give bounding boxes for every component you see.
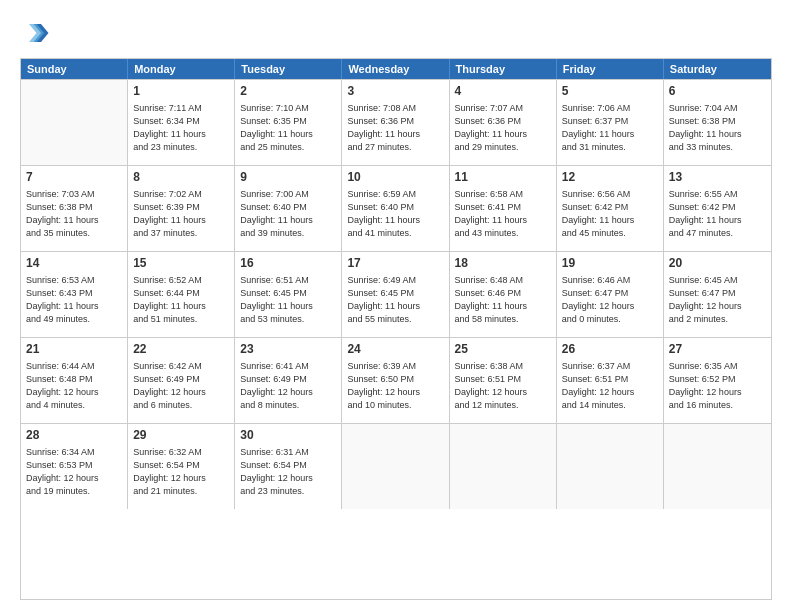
day-number: 3 bbox=[347, 83, 443, 100]
table-row: 5Sunrise: 7:06 AM Sunset: 6:37 PM Daylig… bbox=[557, 80, 664, 165]
cal-header-day: Thursday bbox=[450, 59, 557, 79]
cell-info: Sunrise: 6:51 AM Sunset: 6:45 PM Dayligh… bbox=[240, 274, 336, 326]
day-number: 20 bbox=[669, 255, 766, 272]
table-row: 28Sunrise: 6:34 AM Sunset: 6:53 PM Dayli… bbox=[21, 424, 128, 509]
table-row: 19Sunrise: 6:46 AM Sunset: 6:47 PM Dayli… bbox=[557, 252, 664, 337]
header bbox=[20, 18, 772, 48]
cell-info: Sunrise: 6:53 AM Sunset: 6:43 PM Dayligh… bbox=[26, 274, 122, 326]
table-row: 14Sunrise: 6:53 AM Sunset: 6:43 PM Dayli… bbox=[21, 252, 128, 337]
table-row: 30Sunrise: 6:31 AM Sunset: 6:54 PM Dayli… bbox=[235, 424, 342, 509]
page: SundayMondayTuesdayWednesdayThursdayFrid… bbox=[0, 0, 792, 612]
table-row: 21Sunrise: 6:44 AM Sunset: 6:48 PM Dayli… bbox=[21, 338, 128, 423]
cal-header-day: Friday bbox=[557, 59, 664, 79]
table-row: 8Sunrise: 7:02 AM Sunset: 6:39 PM Daylig… bbox=[128, 166, 235, 251]
table-row: 24Sunrise: 6:39 AM Sunset: 6:50 PM Dayli… bbox=[342, 338, 449, 423]
day-number: 16 bbox=[240, 255, 336, 272]
day-number: 24 bbox=[347, 341, 443, 358]
table-row: 16Sunrise: 6:51 AM Sunset: 6:45 PM Dayli… bbox=[235, 252, 342, 337]
cell-info: Sunrise: 7:11 AM Sunset: 6:34 PM Dayligh… bbox=[133, 102, 229, 154]
table-row: 7Sunrise: 7:03 AM Sunset: 6:38 PM Daylig… bbox=[21, 166, 128, 251]
table-row: 22Sunrise: 6:42 AM Sunset: 6:49 PM Dayli… bbox=[128, 338, 235, 423]
logo-icon bbox=[20, 18, 50, 48]
day-number: 22 bbox=[133, 341, 229, 358]
day-number: 4 bbox=[455, 83, 551, 100]
table-row: 2Sunrise: 7:10 AM Sunset: 6:35 PM Daylig… bbox=[235, 80, 342, 165]
day-number: 2 bbox=[240, 83, 336, 100]
cell-info: Sunrise: 6:37 AM Sunset: 6:51 PM Dayligh… bbox=[562, 360, 658, 412]
table-row: 25Sunrise: 6:38 AM Sunset: 6:51 PM Dayli… bbox=[450, 338, 557, 423]
table-row: 18Sunrise: 6:48 AM Sunset: 6:46 PM Dayli… bbox=[450, 252, 557, 337]
cal-header-day: Monday bbox=[128, 59, 235, 79]
cell-info: Sunrise: 7:02 AM Sunset: 6:39 PM Dayligh… bbox=[133, 188, 229, 240]
day-number: 14 bbox=[26, 255, 122, 272]
day-number: 11 bbox=[455, 169, 551, 186]
day-number: 17 bbox=[347, 255, 443, 272]
table-row bbox=[557, 424, 664, 509]
cell-info: Sunrise: 6:35 AM Sunset: 6:52 PM Dayligh… bbox=[669, 360, 766, 412]
day-number: 8 bbox=[133, 169, 229, 186]
table-row: 26Sunrise: 6:37 AM Sunset: 6:51 PM Dayli… bbox=[557, 338, 664, 423]
table-row: 20Sunrise: 6:45 AM Sunset: 6:47 PM Dayli… bbox=[664, 252, 771, 337]
calendar-week-4: 21Sunrise: 6:44 AM Sunset: 6:48 PM Dayli… bbox=[21, 337, 771, 423]
table-row: 6Sunrise: 7:04 AM Sunset: 6:38 PM Daylig… bbox=[664, 80, 771, 165]
table-row: 17Sunrise: 6:49 AM Sunset: 6:45 PM Dayli… bbox=[342, 252, 449, 337]
table-row: 4Sunrise: 7:07 AM Sunset: 6:36 PM Daylig… bbox=[450, 80, 557, 165]
cal-header-day: Saturday bbox=[664, 59, 771, 79]
cal-header-day: Sunday bbox=[21, 59, 128, 79]
table-row: 27Sunrise: 6:35 AM Sunset: 6:52 PM Dayli… bbox=[664, 338, 771, 423]
day-number: 9 bbox=[240, 169, 336, 186]
table-row: 3Sunrise: 7:08 AM Sunset: 6:36 PM Daylig… bbox=[342, 80, 449, 165]
cell-info: Sunrise: 6:34 AM Sunset: 6:53 PM Dayligh… bbox=[26, 446, 122, 498]
cell-info: Sunrise: 6:45 AM Sunset: 6:47 PM Dayligh… bbox=[669, 274, 766, 326]
calendar-week-1: 1Sunrise: 7:11 AM Sunset: 6:34 PM Daylig… bbox=[21, 79, 771, 165]
day-number: 12 bbox=[562, 169, 658, 186]
cell-info: Sunrise: 6:49 AM Sunset: 6:45 PM Dayligh… bbox=[347, 274, 443, 326]
cell-info: Sunrise: 7:08 AM Sunset: 6:36 PM Dayligh… bbox=[347, 102, 443, 154]
day-number: 19 bbox=[562, 255, 658, 272]
cell-info: Sunrise: 6:38 AM Sunset: 6:51 PM Dayligh… bbox=[455, 360, 551, 412]
cell-info: Sunrise: 6:39 AM Sunset: 6:50 PM Dayligh… bbox=[347, 360, 443, 412]
table-row: 12Sunrise: 6:56 AM Sunset: 6:42 PM Dayli… bbox=[557, 166, 664, 251]
cell-info: Sunrise: 6:32 AM Sunset: 6:54 PM Dayligh… bbox=[133, 446, 229, 498]
table-row: 9Sunrise: 7:00 AM Sunset: 6:40 PM Daylig… bbox=[235, 166, 342, 251]
cell-info: Sunrise: 6:48 AM Sunset: 6:46 PM Dayligh… bbox=[455, 274, 551, 326]
cell-info: Sunrise: 6:41 AM Sunset: 6:49 PM Dayligh… bbox=[240, 360, 336, 412]
table-row bbox=[342, 424, 449, 509]
day-number: 7 bbox=[26, 169, 122, 186]
day-number: 27 bbox=[669, 341, 766, 358]
day-number: 5 bbox=[562, 83, 658, 100]
day-number: 21 bbox=[26, 341, 122, 358]
cell-info: Sunrise: 6:58 AM Sunset: 6:41 PM Dayligh… bbox=[455, 188, 551, 240]
cell-info: Sunrise: 7:06 AM Sunset: 6:37 PM Dayligh… bbox=[562, 102, 658, 154]
day-number: 18 bbox=[455, 255, 551, 272]
day-number: 10 bbox=[347, 169, 443, 186]
cell-info: Sunrise: 7:00 AM Sunset: 6:40 PM Dayligh… bbox=[240, 188, 336, 240]
cell-info: Sunrise: 6:44 AM Sunset: 6:48 PM Dayligh… bbox=[26, 360, 122, 412]
day-number: 6 bbox=[669, 83, 766, 100]
table-row bbox=[664, 424, 771, 509]
calendar-week-3: 14Sunrise: 6:53 AM Sunset: 6:43 PM Dayli… bbox=[21, 251, 771, 337]
cal-header-day: Wednesday bbox=[342, 59, 449, 79]
calendar-week-5: 28Sunrise: 6:34 AM Sunset: 6:53 PM Dayli… bbox=[21, 423, 771, 509]
cell-info: Sunrise: 7:10 AM Sunset: 6:35 PM Dayligh… bbox=[240, 102, 336, 154]
cell-info: Sunrise: 6:31 AM Sunset: 6:54 PM Dayligh… bbox=[240, 446, 336, 498]
cell-info: Sunrise: 7:04 AM Sunset: 6:38 PM Dayligh… bbox=[669, 102, 766, 154]
table-row bbox=[450, 424, 557, 509]
cell-info: Sunrise: 7:03 AM Sunset: 6:38 PM Dayligh… bbox=[26, 188, 122, 240]
cell-info: Sunrise: 6:59 AM Sunset: 6:40 PM Dayligh… bbox=[347, 188, 443, 240]
table-row: 1Sunrise: 7:11 AM Sunset: 6:34 PM Daylig… bbox=[128, 80, 235, 165]
cell-info: Sunrise: 6:46 AM Sunset: 6:47 PM Dayligh… bbox=[562, 274, 658, 326]
day-number: 1 bbox=[133, 83, 229, 100]
cell-info: Sunrise: 6:52 AM Sunset: 6:44 PM Dayligh… bbox=[133, 274, 229, 326]
calendar-header: SundayMondayTuesdayWednesdayThursdayFrid… bbox=[21, 59, 771, 79]
calendar: SundayMondayTuesdayWednesdayThursdayFrid… bbox=[20, 58, 772, 600]
day-number: 28 bbox=[26, 427, 122, 444]
day-number: 13 bbox=[669, 169, 766, 186]
day-number: 15 bbox=[133, 255, 229, 272]
day-number: 30 bbox=[240, 427, 336, 444]
table-row: 15Sunrise: 6:52 AM Sunset: 6:44 PM Dayli… bbox=[128, 252, 235, 337]
cell-info: Sunrise: 7:07 AM Sunset: 6:36 PM Dayligh… bbox=[455, 102, 551, 154]
table-row: 29Sunrise: 6:32 AM Sunset: 6:54 PM Dayli… bbox=[128, 424, 235, 509]
cell-info: Sunrise: 6:42 AM Sunset: 6:49 PM Dayligh… bbox=[133, 360, 229, 412]
day-number: 26 bbox=[562, 341, 658, 358]
